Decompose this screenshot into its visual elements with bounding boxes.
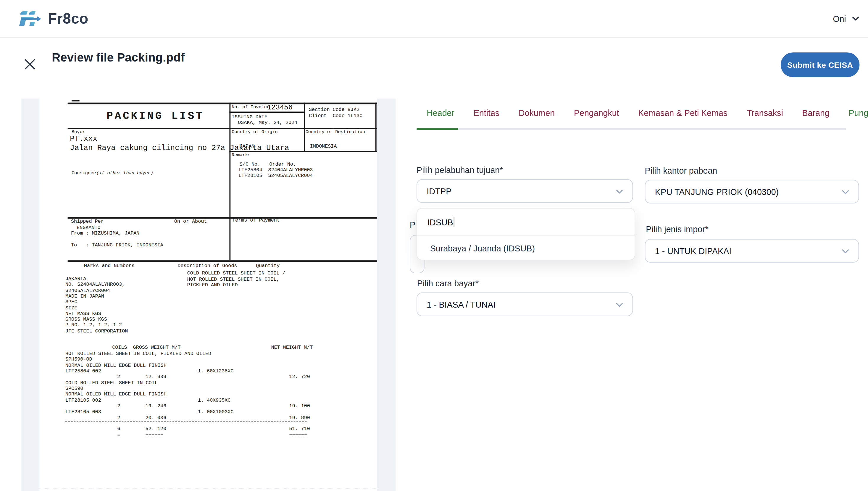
pdf-text: SPEC — [65, 299, 77, 305]
pdf-text: From : MIZUSHIMA, JAPAN — [71, 230, 139, 236]
pdf-text: Terms of Payment — [232, 218, 280, 223]
cara-bayar-value: 1 - BIASA / TUNAI — [427, 300, 495, 309]
pdf-text: 12. 720 — [289, 374, 310, 380]
fr8co-logo-icon — [17, 9, 43, 28]
chevron-down-icon — [615, 187, 624, 198]
pdf-text: Marks and Numbers — [84, 263, 135, 269]
tab-entitas[interactable]: Entitas — [474, 108, 499, 125]
pdf-viewer[interactable]: PACKING LISTNo. of Invoice123456ISSUING … — [21, 98, 396, 491]
tab-dokumen[interactable]: Dokumen — [519, 108, 555, 125]
pdf-text: JAPAN — [240, 144, 254, 149]
tab-active-indicator — [416, 128, 458, 130]
pdf-table-line — [229, 112, 303, 112]
label-pelabuhan-tujuan: Pilih pelabuhan tujuan* — [416, 165, 503, 174]
tab-kemasan-peti-kemas[interactable]: Kemasan & Peti Kemas — [638, 108, 727, 125]
label-jenis-impor: Pilih jenis impor* — [646, 224, 708, 234]
pdf-text: LTF28105 002 — [65, 398, 101, 403]
jenis-impor-select[interactable]: 1 - UNTUK DIPAKAI — [645, 239, 859, 263]
pdf-text: 19. 100 — [289, 403, 310, 409]
pelabuhan-tujuan-select[interactable]: IDTPP — [416, 179, 633, 203]
pdf-text: (if other than buyer) — [96, 170, 153, 175]
form-tabs: HeaderEntitasDokumenPengangkutKemasan & … — [427, 108, 868, 125]
tab-barang[interactable]: Barang — [802, 108, 830, 125]
kantor-pabean-select[interactable]: KPU TANJUNG PRIOK (040300) — [645, 180, 859, 203]
pdf-text: 2 — [117, 374, 120, 380]
pdf-text: 19. 246 — [146, 403, 166, 409]
pelabuhan-autocomplete-dropdown: IDSUB Surabaya / Juanda (IDSUB) — [416, 208, 635, 260]
pdf-text: 52. 120 — [146, 426, 166, 432]
chevron-down-icon — [615, 300, 624, 311]
pdf-text: JAKARTA — [65, 276, 86, 282]
user-name: Oni — [833, 14, 846, 23]
pdf-text: Description of Goods — [177, 263, 237, 269]
pdf-text: On or About — [174, 219, 207, 224]
pdf-text: SPH590-OD — [65, 357, 92, 362]
text-caret — [454, 217, 455, 227]
pdf-text: P-NO. 1-2, 1-2, 1-2 — [65, 322, 122, 328]
pdf-text: Country of Origin — [232, 129, 278, 134]
pdf-text: NORMAL OILED MILL EDGE DULL FINISH — [65, 363, 167, 369]
pelabuhan-tujuan-value: IDTPP — [427, 186, 452, 196]
pdf-text: No. of Invoice — [232, 104, 269, 109]
label-kantor-pabean: Pilih kantor pabean — [645, 166, 717, 175]
pdf-text: Buyer — [71, 129, 85, 134]
pdf-text: To : TANJUNG PRIOK, INDONESIA — [71, 242, 163, 248]
tab-pengangkut[interactable]: Pengangkut — [574, 108, 619, 125]
pdf-text: Section Code BJK2 — [309, 107, 359, 113]
pdf-text: HOT ROLLED STEEL SHEET IN COIL, — [187, 277, 280, 282]
close-icon[interactable] — [23, 57, 37, 71]
pdf-text: 19. 890 — [289, 415, 310, 421]
pdf-text: Quantity — [256, 263, 280, 269]
pdf-text: Consignee — [71, 170, 96, 175]
pdf-text: SPC590 — [65, 386, 83, 392]
pdf-text: 20. 036 — [146, 415, 166, 421]
pdf-text: COILS GROSS WEIGHT M/T — [112, 345, 180, 350]
app-header: Fr8co Oni — [0, 0, 868, 38]
chevron-down-icon — [851, 14, 860, 23]
label-cara-bayar: Pilih cara bayar* — [417, 278, 479, 288]
pdf-text: 1. 40X935XC — [198, 398, 231, 403]
pdf-text: PACKING LIST — [107, 110, 204, 122]
pdf-text: LTF28105 003 — [65, 409, 101, 415]
pdf-table-line — [68, 217, 377, 219]
submit-ke-ceisa-button[interactable]: Submit ke CEISA — [781, 52, 860, 77]
pdf-table-line — [229, 103, 230, 260]
pdf-text: HOT ROLLED STEEL SHEET IN COIL, PICKLED … — [65, 351, 211, 357]
pdf-table-line — [375, 103, 376, 151]
user-menu[interactable]: Oni — [833, 0, 860, 37]
pdf-text: NORMAL OILED MILL EDGE DULL FINISH — [65, 392, 167, 397]
jenis-impor-value: 1 - UNTUK DIPAKAI — [655, 246, 731, 256]
tab-pungutan[interactable]: Pungutan — [848, 108, 868, 125]
tab-header[interactable]: Header — [427, 108, 455, 125]
pdf-text: GROSS MASS KGS — [65, 317, 107, 322]
pdf-text: SIZE — [65, 306, 77, 311]
pdf-text: 51. 710 — [289, 426, 310, 432]
kantor-pabean-value: KPU TANJUNG PRIOK (040300) — [655, 187, 779, 196]
pdf-text: 1. 00X1003XC — [198, 409, 234, 415]
pdf-text: 2 — [117, 403, 120, 409]
pdf-text: INDONESIA — [310, 144, 337, 149]
pdf-text: 123456 — [267, 104, 293, 112]
pdf-text: NO. S2404ALALYHR003, — [65, 282, 125, 288]
pdf-text: LTF28105 S2405ALALYCR004 — [238, 173, 313, 179]
pdf-table-line — [71, 100, 80, 102]
chevron-down-icon — [841, 247, 850, 257]
tab-track — [416, 128, 846, 130]
pdf-text: COLD ROLLED STEEL SHEET IN COIL — [65, 380, 158, 386]
pdf-text: NET MASS KGS — [65, 311, 101, 317]
pdf-text: ====== — [146, 433, 163, 438]
pdf-text: S2405ALALYCR004 — [65, 288, 110, 294]
autocomplete-option-surabaya[interactable]: Surabaya / Juanda (IDSUB) — [417, 236, 635, 260]
pdf-text: 1. 60X1238XC — [198, 369, 234, 374]
tab-transaksi[interactable]: Transaksi — [747, 108, 783, 125]
pdf-table-line — [68, 260, 377, 262]
pdf-table-line — [68, 103, 377, 104]
pdf-text: PICKLED AND OILED — [187, 283, 238, 288]
pdf-text: ====== — [289, 433, 307, 438]
cara-bayar-select[interactable]: 1 - BIASA / TUNAI — [416, 292, 633, 316]
pdf-table-line — [65, 421, 307, 422]
autocomplete-search-input[interactable]: IDSUB — [417, 208, 635, 235]
brand-name: Fr8co — [48, 10, 88, 27]
pdf-text: Remarks — [232, 152, 251, 157]
pdf-text: ENGKANTO — [77, 225, 100, 230]
